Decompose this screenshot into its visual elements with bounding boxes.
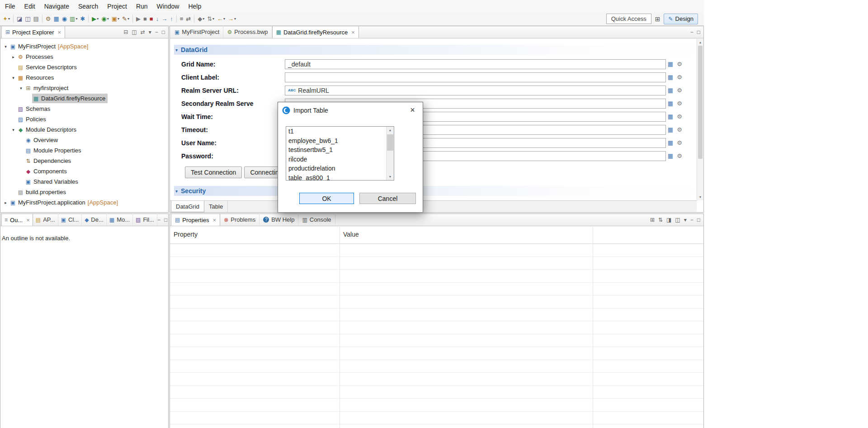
sync-icon[interactable]: ⇄ [184, 14, 192, 24]
client-label-input[interactable] [285, 72, 666, 82]
save-icon[interactable]: ◪ [15, 14, 24, 24]
minimize-icon[interactable]: − [155, 29, 158, 35]
module-property-icon[interactable]: ⚙ [675, 100, 684, 107]
design-perspective-button[interactable]: ✎ Design [664, 14, 698, 24]
build-icon[interactable]: ⚙ [44, 14, 52, 24]
view-tab-fil[interactable]: ▧Fil... [133, 214, 157, 226]
table-list-item-employee-bw6-1[interactable]: employee_bw6_1 [286, 136, 386, 146]
module-property-icon[interactable]: ⚙ [675, 74, 684, 81]
run-icon[interactable]: ▶▾ [90, 14, 100, 24]
scroll-up-icon[interactable]: ▲ [387, 127, 394, 133]
profile-icon[interactable]: ◉▾ [100, 14, 110, 24]
column-divider[interactable] [593, 227, 593, 428]
report-icon[interactable]: ▥▾ [68, 14, 79, 24]
tree-expander-icon[interactable]: ▸ [10, 55, 17, 59]
editor-tab-datagrid-fireflyresource[interactable]: ▦DataGrid.fireflyResource× [272, 26, 359, 38]
tree-mode-icon[interactable]: ⊞ [650, 217, 655, 223]
module-property-icon[interactable]: ⚙ [675, 113, 684, 120]
test-connection-button[interactable]: Test Connection [185, 166, 242, 178]
editor-page-tab-datagrid[interactable]: DataGrid [171, 201, 204, 212]
column-divider[interactable] [340, 227, 340, 428]
security-section-header[interactable]: ▾ Security [174, 186, 693, 196]
edit-icon[interactable]: ✎▾ [121, 14, 131, 24]
menu-item-navigate[interactable]: Navigate [40, 0, 74, 12]
list-scrollbar[interactable]: ▲ ▼ [386, 127, 394, 180]
close-icon[interactable]: × [402, 102, 423, 118]
tree-item-datagrid-fireflyresource[interactable]: ▦DataGrid.fireflyResource [0, 93, 168, 104]
back-icon[interactable]: ←▾ [216, 14, 226, 24]
link-with-editor-icon[interactable]: ⇄ [141, 29, 145, 35]
view-tab-bw-help[interactable]: ?BW Help [259, 214, 298, 226]
minimize-icon[interactable]: − [690, 217, 693, 223]
dialog-title-bar[interactable]: Import Table × [278, 102, 423, 118]
focus-view-icon[interactable]: ◫ [132, 29, 137, 35]
tree-expander-icon[interactable]: ▾ [18, 86, 24, 90]
close-icon[interactable]: × [351, 29, 355, 36]
minimize-icon[interactable]: − [157, 217, 160, 223]
console-toggle-icon[interactable]: ≡ [179, 14, 185, 24]
module-property-icon[interactable]: ⚙ [675, 87, 684, 94]
suspend-icon[interactable]: ■ [142, 14, 148, 24]
module-property-icon[interactable]: ⚙ [675, 61, 684, 67]
print-icon[interactable]: ▤ [32, 14, 40, 24]
open-perspective-icon[interactable]: ⊞ [655, 15, 660, 23]
tree-item-overview[interactable]: ◉Overview [0, 135, 168, 145]
module-property-icon[interactable]: ⚙ [675, 139, 684, 146]
layout-icon[interactable]: ◫ [675, 217, 680, 223]
link-editor-icon[interactable]: ⇅▾ [206, 14, 216, 24]
table-list-item-rilcode[interactable]: rilcode [286, 155, 386, 164]
tree-item-policies[interactable]: ▨Policies [0, 114, 168, 124]
step-over-icon[interactable]: → [160, 14, 169, 24]
tree-item-module-descriptors[interactable]: ▾◆Module Descriptors [0, 124, 168, 135]
menu-item-run[interactable]: Run [132, 0, 152, 12]
menu-item-window[interactable]: Window [152, 0, 184, 12]
view-tab-ap[interactable]: ▤AP... [33, 214, 58, 226]
tree-item-myfirstproject-application[interactable]: ▸▣MyFirstProject.application[AppSpace] [0, 197, 168, 208]
filter-icon[interactable]: ◨ [666, 217, 671, 223]
select-resource-icon[interactable]: ▦ [666, 113, 675, 120]
tree-item-myfirstproject[interactable]: ▾⊞myfirstproject [0, 83, 168, 93]
maximize-icon[interactable]: □ [164, 217, 167, 223]
tree-item-myfirstproject[interactable]: ▾▣MyFirstProject[AppSpace] [0, 41, 168, 52]
scrollbar-thumb[interactable] [698, 46, 703, 159]
save-all-icon[interactable]: ◫ [24, 14, 32, 24]
collapse-all-icon[interactable]: ⊟ [123, 29, 128, 35]
terminate-icon[interactable]: ■ [148, 14, 155, 24]
scrollbar-thumb[interactable] [387, 134, 393, 151]
editor-tab-process-bwp[interactable]: ⚙Process.bwp [223, 26, 272, 38]
view-menu-icon[interactable]: ▾ [149, 29, 151, 35]
menu-item-edit[interactable]: Edit [20, 0, 40, 12]
debug-config-icon[interactable]: ✱ [79, 14, 86, 24]
tree-item-build-properties[interactable]: ▤build.properties [0, 187, 168, 197]
tree-expander-icon[interactable]: ▾ [10, 128, 17, 132]
tree-item-dependencies[interactable]: ⇅Dependencies [0, 156, 168, 166]
deploy-icon[interactable]: ▣▾ [110, 14, 121, 24]
menu-item-search[interactable]: Search [74, 0, 103, 12]
close-icon[interactable]: × [26, 217, 30, 224]
select-resource-icon[interactable]: ▦ [666, 100, 675, 107]
step-return-icon[interactable]: ↑ [169, 14, 175, 24]
step-into-icon[interactable]: ↓ [155, 14, 160, 24]
tree-expander-icon[interactable]: ▸ [2, 200, 9, 205]
forward-icon[interactable]: →▾ [226, 14, 237, 24]
project-explorer-tab[interactable]: ⊞ Project Explorer × [1, 26, 65, 38]
scroll-up-icon[interactable]: ▲ [697, 39, 703, 46]
maximize-icon[interactable]: □ [697, 29, 700, 35]
module-property-icon[interactable]: ⚙ [675, 126, 684, 133]
menu-item-help[interactable]: Help [184, 0, 206, 12]
tree-item-schemas[interactable]: ▧Schemas [0, 104, 168, 114]
open-resource-icon[interactable]: ▦ [52, 14, 60, 24]
table-list-item-table-as800-1[interactable]: table_as800_1 [286, 173, 386, 181]
select-resource-icon[interactable]: ▦ [666, 87, 675, 94]
table-list-item-testinsertbw5-1[interactable]: testinsertbw5_1 [286, 145, 386, 155]
view-tab-cl[interactable]: ▣Cl... [58, 214, 82, 226]
maximize-icon[interactable]: □ [697, 217, 700, 223]
tree-expander-icon[interactable]: ▾ [10, 76, 17, 80]
select-resource-icon[interactable]: ▦ [666, 74, 675, 81]
view-menu-icon[interactable]: ▾ [684, 217, 687, 223]
select-resource-icon[interactable]: ▦ [666, 139, 675, 146]
editor-scrollbar[interactable]: ▲ ▼ [697, 39, 703, 200]
tree-item-shared-variables[interactable]: ▣Shared Variables [0, 176, 168, 187]
view-tab-properties[interactable]: ▤Properties× [171, 214, 220, 226]
scroll-down-icon[interactable]: ▼ [387, 173, 394, 180]
